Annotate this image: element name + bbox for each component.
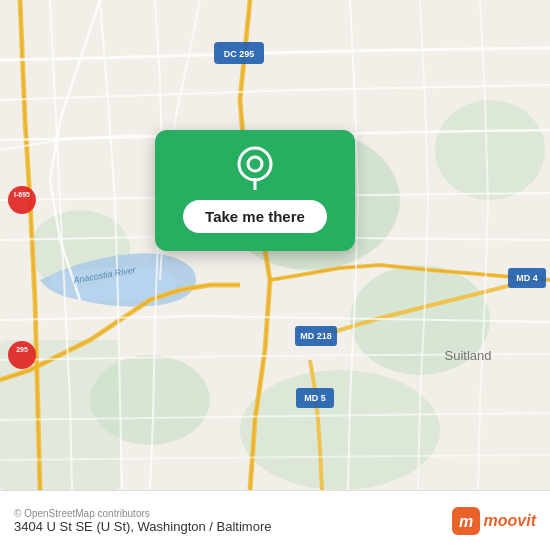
svg-text:MD 5: MD 5 <box>304 393 326 403</box>
location-card[interactable]: Take me there <box>155 130 355 251</box>
bottom-bar: © OpenStreetMap contributors 3404 U St S… <box>0 490 550 550</box>
moovit-label: moovit <box>484 512 536 530</box>
svg-text:DC 295: DC 295 <box>224 49 255 59</box>
svg-point-23 <box>248 157 262 171</box>
svg-point-4 <box>435 100 545 200</box>
svg-text:MD 4: MD 4 <box>516 273 538 283</box>
take-me-there-button[interactable]: Take me there <box>183 200 327 233</box>
svg-text:m: m <box>458 513 472 530</box>
location-pin-icon <box>233 146 277 190</box>
svg-point-7 <box>240 370 440 490</box>
moovit-logo: m moovit <box>452 507 536 535</box>
address-section: © OpenStreetMap contributors 3404 U St S… <box>14 508 442 534</box>
moovit-icon: m <box>452 507 480 535</box>
svg-point-22 <box>239 148 271 180</box>
svg-text:MD 218: MD 218 <box>300 331 332 341</box>
osm-copyright: © OpenStreetMap contributors <box>14 508 442 519</box>
location-address: 3404 U St SE (U St), Washington / Baltim… <box>14 519 442 534</box>
map-container: DC 295 I-695 295 MD 4 MD 218 MD 5 Suitla… <box>0 0 550 490</box>
svg-text:295: 295 <box>16 346 28 353</box>
svg-text:Suitland: Suitland <box>445 348 492 363</box>
svg-text:I-695: I-695 <box>14 191 30 198</box>
